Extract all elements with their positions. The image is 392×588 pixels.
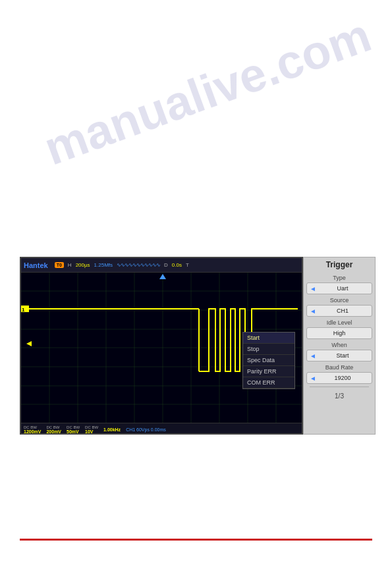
scope-header: Hantek T0 H 200µs 1.25Mfs ∿∿∿∿∿∿∿∿∿∿∿ D …: [21, 258, 302, 273]
d-value: 0.0s: [172, 262, 182, 268]
trigger-page: 1/3: [335, 392, 344, 400]
popup-item-start[interactable]: Start: [243, 333, 294, 344]
trigger-when-arrow-left[interactable]: ◄: [310, 352, 316, 360]
t-label: T: [186, 262, 189, 268]
ch2-status: DC BW 200mV: [46, 425, 61, 434]
ch4-status: DC BW 10V: [85, 425, 98, 434]
wavy-display: ∿∿∿∿∿∿∿∿∿∿∿: [117, 262, 160, 268]
oscilloscope-screen: Hantek T0 H 200µs 1.25Mfs ∿∿∿∿∿∿∿∿∿∿∿ D …: [20, 257, 303, 435]
ch1-detail-status: CH1 60Vps 0.00ms: [126, 427, 166, 432]
trigger-baud-rate-value: 19200: [316, 375, 369, 381]
popup-menu: Start Stop Spec Data Parity ERR COM ERR: [242, 332, 295, 389]
trigger-when-control[interactable]: ◄ Start: [306, 350, 372, 361]
trigger-source-label: Source: [306, 297, 372, 304]
bottom-decorative-line: [20, 539, 372, 541]
trigger-type-control[interactable]: ◄ Uart: [306, 282, 372, 294]
popup-item-spec-data[interactable]: Spec Data: [243, 355, 294, 366]
d-label: D: [164, 262, 168, 268]
popup-item-parity-err[interactable]: Parity ERR: [243, 366, 294, 377]
trigger-type-label: Type: [306, 275, 372, 281]
trigger-source-value: CH1: [316, 307, 369, 314]
trigger-source-control[interactable]: ◄ CH1: [306, 305, 372, 317]
trigger-idle-level-control: High: [306, 327, 372, 339]
popup-item-stop[interactable]: Stop: [243, 344, 294, 355]
trigger-when-label: When: [306, 342, 372, 348]
svg-text:1: 1: [22, 307, 25, 313]
trigger-when-value: Start: [316, 352, 369, 359]
scope-logo: Hantek: [24, 261, 48, 269]
trigger-source-arrow-left[interactable]: ◄: [310, 307, 316, 315]
h-label: H: [68, 262, 72, 268]
trigger-separator: [310, 387, 369, 387]
sample-rate: 1.25Mfs: [94, 262, 113, 268]
ch1-status: DC BW 1200mV: [24, 425, 41, 434]
freq-status: 1.00kHz: [103, 427, 121, 432]
trigger-idle-level-label: Idle Level: [306, 319, 372, 326]
waveform-area: 1 8 Start Stop Spec Data Parity ERR COM …: [21, 273, 302, 423]
popup-item-com-err[interactable]: COM ERR: [243, 377, 294, 388]
watermark: manualive.com: [38, 9, 378, 174]
trigger-idle-level-value: High: [310, 330, 369, 336]
trigger-baud-rate-arrow-left[interactable]: ◄: [310, 375, 316, 382]
trigger-baud-rate-label: Baud Rate: [306, 364, 372, 371]
trigger-panel: Trigger Type ◄ Uart Source ◄ CH1 Idle Le…: [303, 257, 376, 435]
ch3-status: DC BW 50mV: [67, 425, 80, 434]
trigger-baud-rate-control[interactable]: ◄ 19200: [306, 372, 372, 384]
trigger-panel-title: Trigger: [326, 260, 353, 269]
trigger-position-marker: [159, 274, 166, 279]
oscilloscope-container: Hantek T0 H 200µs 1.25Mfs ∿∿∿∿∿∿∿∿∿∿∿ D …: [20, 257, 376, 435]
page-container: manualive.com Hantek T0 H 200µs 1.25Mfs …: [0, 0, 392, 588]
h-value: 200µs: [76, 262, 90, 268]
svg-marker-18: [26, 341, 32, 346]
trigger-type-arrow-left[interactable]: ◄: [310, 285, 316, 292]
scope-badge: T0: [55, 262, 64, 268]
trigger-type-value: Uart: [316, 285, 369, 292]
scope-status-bar: DC BW 1200mV DC BW 200mV DC BW 50mV DC B…: [21, 423, 302, 435]
